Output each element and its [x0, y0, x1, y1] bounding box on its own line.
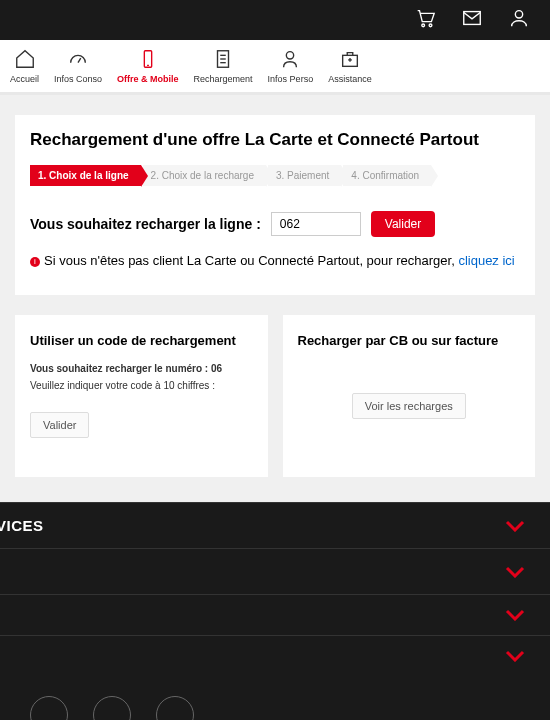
svg-rect-2	[464, 12, 481, 25]
document-icon	[212, 48, 234, 70]
footer-label: RVICES	[0, 517, 44, 534]
step-4: 4. Confirmation	[343, 165, 431, 186]
social-icon-3[interactable]	[156, 696, 194, 720]
chevron-down-icon	[505, 650, 525, 662]
user-icon[interactable]	[508, 7, 530, 33]
panel-code-title: Utiliser un code de rechargement	[30, 333, 253, 348]
info-icon: i	[30, 257, 40, 267]
nav-label: Accueil	[10, 74, 39, 84]
info-text: iSi vous n'êtes pas client La Carte ou C…	[30, 252, 520, 270]
svg-point-3	[515, 11, 522, 18]
nav-bar: Accueil Infos Conso Offre & Mobile Recha…	[0, 40, 550, 95]
nav-infos-conso[interactable]: Infos Conso	[54, 48, 102, 84]
case-icon	[339, 48, 361, 70]
view-recharges-button[interactable]: Voir les recharges	[352, 393, 466, 419]
validate-button[interactable]: Valider	[371, 211, 435, 237]
nav-label: Rechargement	[194, 74, 253, 84]
panel-cb-title: Recharger par CB ou sur facture	[298, 333, 521, 348]
nav-offre-mobile[interactable]: Offre & Mobile	[117, 48, 179, 84]
nav-rechargement[interactable]: Rechargement	[194, 48, 253, 84]
footer-row-services[interactable]: RVICES	[0, 502, 550, 548]
page-title: Rechargement d'une offre La Carte et Con…	[30, 130, 520, 150]
svg-point-10	[287, 52, 294, 59]
chevron-down-icon	[505, 609, 525, 621]
nav-accueil[interactable]: Accueil	[10, 48, 39, 84]
panel-code: Utiliser un code de rechargement Vous so…	[15, 315, 268, 477]
person-icon	[279, 48, 301, 70]
panel-code-validate[interactable]: Valider	[30, 412, 89, 438]
step-1[interactable]: 1. Choix de la ligne	[30, 165, 141, 186]
footer: RVICES T	[0, 502, 550, 720]
main-card: Rechargement d'une offre La Carte et Con…	[15, 115, 535, 295]
cart-icon[interactable]	[414, 7, 436, 33]
social-icon-1[interactable]	[30, 696, 68, 720]
footer-row-4[interactable]	[0, 635, 550, 676]
social-row	[0, 676, 550, 720]
home-icon	[14, 48, 36, 70]
info-link[interactable]: cliquez ici	[458, 253, 514, 268]
chevron-down-icon	[505, 566, 525, 578]
nav-label: Infos Perso	[268, 74, 314, 84]
panel-code-number: Vous souhaitez recharger le numéro : 06	[30, 363, 253, 374]
step-3: 3. Paiement	[268, 165, 341, 186]
gauge-icon	[67, 48, 89, 70]
chevron-down-icon	[505, 520, 525, 532]
svg-point-0	[422, 24, 425, 27]
nav-label: Assistance	[328, 74, 372, 84]
panel-code-instr: Veuillez indiquer votre code à 10 chiffr…	[30, 380, 253, 391]
nav-label: Offre & Mobile	[117, 74, 179, 84]
mail-icon[interactable]	[461, 7, 483, 33]
step-2: 2. Choix de la recharge	[143, 165, 266, 186]
line-label: Vous souhaitez recharger la ligne :	[30, 216, 261, 232]
svg-point-1	[429, 24, 432, 27]
line-input[interactable]	[271, 212, 361, 236]
footer-row-3[interactable]	[0, 594, 550, 635]
footer-row-2[interactable]: T	[0, 548, 550, 594]
steps: 1. Choix de la ligne 2. Choix de la rech…	[30, 165, 520, 186]
nav-infos-perso[interactable]: Infos Perso	[268, 48, 314, 84]
info-prefix: Si vous n'êtes pas client La Carte ou Co…	[44, 253, 458, 268]
panel-cb: Recharger par CB ou sur facture Voir les…	[283, 315, 536, 477]
social-icon-2[interactable]	[93, 696, 131, 720]
nav-assistance[interactable]: Assistance	[328, 48, 372, 84]
mobile-icon	[137, 48, 159, 70]
nav-label: Infos Conso	[54, 74, 102, 84]
